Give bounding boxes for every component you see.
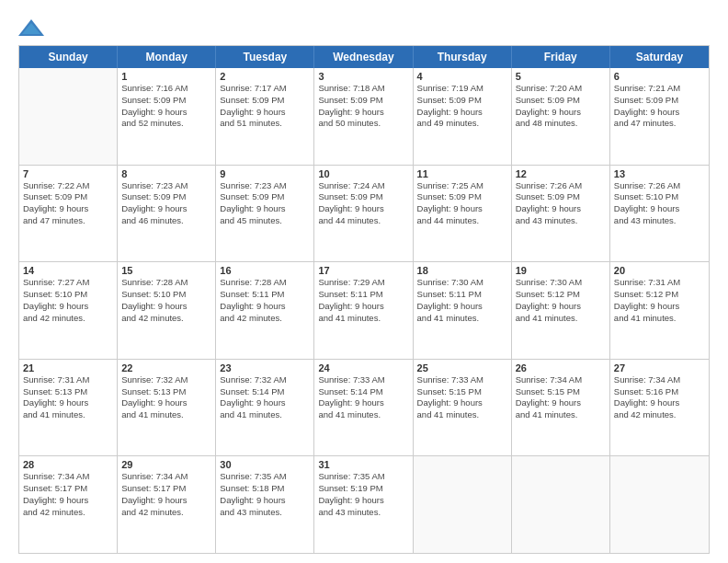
table-row: 16Sunrise: 7:28 AM Sunset: 5:11 PM Dayli… [216,262,314,359]
day-number: 1 [121,71,211,82]
day-number: 8 [121,168,211,179]
day-number: 10 [318,168,408,179]
logo-icon [18,17,44,38]
calendar-body: 1Sunrise: 7:16 AM Sunset: 5:09 PM Daylig… [19,68,709,553]
day-number: 17 [318,265,408,276]
day-number: 18 [417,265,507,276]
day-info: Sunrise: 7:28 AM Sunset: 5:11 PM Dayligh… [220,277,310,324]
day-info: Sunrise: 7:35 AM Sunset: 5:19 PM Dayligh… [318,471,408,518]
day-info: Sunrise: 7:31 AM Sunset: 5:12 PM Dayligh… [614,277,705,324]
header-day-friday: Friday [512,46,610,68]
day-number: 16 [220,265,310,276]
day-number: 21 [23,362,113,373]
table-row: 15Sunrise: 7:28 AM Sunset: 5:10 PM Dayli… [118,262,216,359]
calendar-row-4: 21Sunrise: 7:31 AM Sunset: 5:13 PM Dayli… [19,360,709,457]
table-row: 8Sunrise: 7:23 AM Sunset: 5:09 PM Daylig… [118,166,216,262]
day-info: Sunrise: 7:21 AM Sunset: 5:09 PM Dayligh… [614,83,705,130]
day-info: Sunrise: 7:26 AM Sunset: 5:10 PM Dayligh… [614,180,705,227]
day-info: Sunrise: 7:34 AM Sunset: 5:17 PM Dayligh… [23,471,113,518]
table-row: 24Sunrise: 7:33 AM Sunset: 5:14 PM Dayli… [314,360,413,456]
day-number: 5 [516,71,606,82]
table-row: 11Sunrise: 7:25 AM Sunset: 5:09 PM Dayli… [414,166,512,262]
day-number: 23 [220,362,310,373]
table-row: 13Sunrise: 7:26 AM Sunset: 5:10 PM Dayli… [610,166,709,262]
day-info: Sunrise: 7:22 AM Sunset: 5:09 PM Dayligh… [23,180,113,227]
day-info: Sunrise: 7:28 AM Sunset: 5:10 PM Dayligh… [121,277,211,324]
table-row: 22Sunrise: 7:32 AM Sunset: 5:13 PM Dayli… [118,360,216,456]
day-info: Sunrise: 7:34 AM Sunset: 5:15 PM Dayligh… [516,374,606,421]
table-row: 3Sunrise: 7:18 AM Sunset: 5:09 PM Daylig… [314,68,413,165]
calendar: SundayMondayTuesdayWednesdayThursdayFrid… [18,45,710,554]
table-row: 5Sunrise: 7:20 AM Sunset: 5:09 PM Daylig… [512,68,610,165]
table-row: 28Sunrise: 7:34 AM Sunset: 5:17 PM Dayli… [19,456,118,553]
day-number: 26 [516,362,606,373]
day-info: Sunrise: 7:35 AM Sunset: 5:18 PM Dayligh… [220,471,310,518]
day-info: Sunrise: 7:17 AM Sunset: 5:09 PM Dayligh… [220,83,310,130]
day-info: Sunrise: 7:24 AM Sunset: 5:09 PM Dayligh… [318,180,408,227]
table-row: 31Sunrise: 7:35 AM Sunset: 5:19 PM Dayli… [314,456,413,553]
table-row: 30Sunrise: 7:35 AM Sunset: 5:18 PM Dayli… [216,456,314,553]
table-row: 9Sunrise: 7:23 AM Sunset: 5:09 PM Daylig… [216,166,314,262]
day-info: Sunrise: 7:25 AM Sunset: 5:09 PM Dayligh… [417,180,507,227]
day-info: Sunrise: 7:33 AM Sunset: 5:15 PM Dayligh… [417,374,507,421]
table-row: 7Sunrise: 7:22 AM Sunset: 5:09 PM Daylig… [19,166,118,262]
header-day-thursday: Thursday [414,46,512,68]
table-row: 14Sunrise: 7:27 AM Sunset: 5:10 PM Dayli… [19,262,118,359]
day-number: 13 [614,168,705,179]
day-info: Sunrise: 7:20 AM Sunset: 5:09 PM Dayligh… [516,83,606,130]
logo [18,17,48,38]
table-row [610,456,709,553]
header-day-tuesday: Tuesday [216,46,314,68]
day-info: Sunrise: 7:23 AM Sunset: 5:09 PM Dayligh… [121,180,211,227]
day-number: 28 [23,459,113,470]
day-info: Sunrise: 7:19 AM Sunset: 5:09 PM Dayligh… [417,83,507,130]
calendar-row-3: 14Sunrise: 7:27 AM Sunset: 5:10 PM Dayli… [19,262,709,360]
day-info: Sunrise: 7:31 AM Sunset: 5:13 PM Dayligh… [23,374,113,421]
day-number: 30 [220,459,310,470]
day-info: Sunrise: 7:32 AM Sunset: 5:14 PM Dayligh… [220,374,310,421]
calendar-header: SundayMondayTuesdayWednesdayThursdayFrid… [19,46,709,68]
table-row [512,456,610,553]
day-number: 15 [121,265,211,276]
header-day-monday: Monday [118,46,216,68]
day-number: 7 [23,168,113,179]
table-row: 29Sunrise: 7:34 AM Sunset: 5:17 PM Dayli… [118,456,216,553]
page: SundayMondayTuesdayWednesdayThursdayFrid… [0,0,728,563]
day-info: Sunrise: 7:23 AM Sunset: 5:09 PM Dayligh… [220,180,310,227]
table-row: 25Sunrise: 7:33 AM Sunset: 5:15 PM Dayli… [414,360,512,456]
header-day-sunday: Sunday [19,46,118,68]
table-row: 2Sunrise: 7:17 AM Sunset: 5:09 PM Daylig… [216,68,314,165]
table-row: 1Sunrise: 7:16 AM Sunset: 5:09 PM Daylig… [118,68,216,165]
day-number: 6 [614,71,705,82]
table-row: 18Sunrise: 7:30 AM Sunset: 5:11 PM Dayli… [414,262,512,359]
table-row [414,456,512,553]
day-info: Sunrise: 7:29 AM Sunset: 5:11 PM Dayligh… [318,277,408,324]
table-row: 10Sunrise: 7:24 AM Sunset: 5:09 PM Dayli… [314,166,413,262]
table-row: 21Sunrise: 7:31 AM Sunset: 5:13 PM Dayli… [19,360,118,456]
day-number: 19 [516,265,606,276]
day-number: 20 [614,265,705,276]
day-number: 27 [614,362,705,373]
header-day-wednesday: Wednesday [314,46,413,68]
day-info: Sunrise: 7:30 AM Sunset: 5:12 PM Dayligh… [516,277,606,324]
day-info: Sunrise: 7:30 AM Sunset: 5:11 PM Dayligh… [417,277,507,324]
day-number: 24 [318,362,408,373]
day-number: 9 [220,168,310,179]
table-row: 12Sunrise: 7:26 AM Sunset: 5:09 PM Dayli… [512,166,610,262]
table-row [19,68,118,165]
day-number: 2 [220,71,310,82]
table-row: 26Sunrise: 7:34 AM Sunset: 5:15 PM Dayli… [512,360,610,456]
day-number: 11 [417,168,507,179]
day-info: Sunrise: 7:16 AM Sunset: 5:09 PM Dayligh… [121,83,211,130]
table-row: 27Sunrise: 7:34 AM Sunset: 5:16 PM Dayli… [610,360,709,456]
header [18,14,710,38]
table-row: 4Sunrise: 7:19 AM Sunset: 5:09 PM Daylig… [414,68,512,165]
calendar-row-5: 28Sunrise: 7:34 AM Sunset: 5:17 PM Dayli… [19,456,709,553]
day-info: Sunrise: 7:26 AM Sunset: 5:09 PM Dayligh… [516,180,606,227]
day-number: 14 [23,265,113,276]
calendar-row-1: 1Sunrise: 7:16 AM Sunset: 5:09 PM Daylig… [19,68,709,166]
day-info: Sunrise: 7:33 AM Sunset: 5:14 PM Dayligh… [318,374,408,421]
table-row: 23Sunrise: 7:32 AM Sunset: 5:14 PM Dayli… [216,360,314,456]
day-number: 22 [121,362,211,373]
table-row: 19Sunrise: 7:30 AM Sunset: 5:12 PM Dayli… [512,262,610,359]
